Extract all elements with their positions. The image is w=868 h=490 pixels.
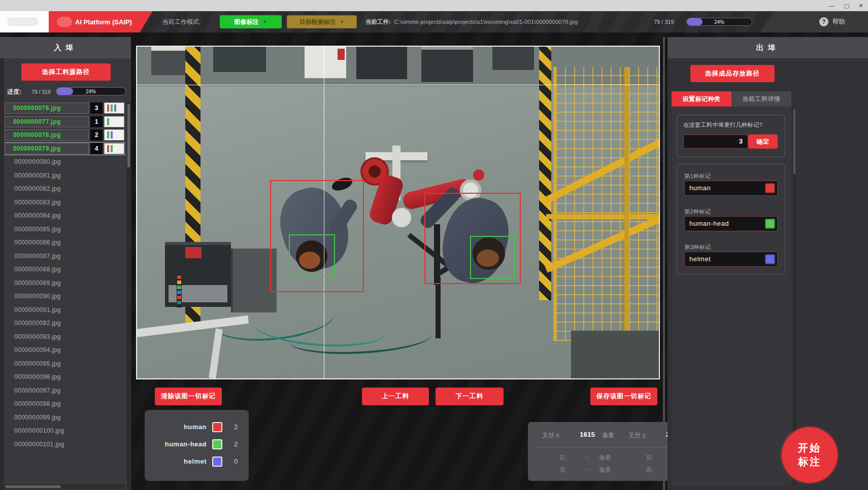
header-progress-bar: 24% — [686, 18, 752, 26]
brand-logo-mark — [57, 17, 72, 27]
file-list-item[interactable]: 0000000079.jpg 4 — [4, 143, 126, 155]
file-list: 0000000076.jpg 3 0000000077.jpg 1 000000… — [4, 102, 126, 490]
file-list-item[interactable]: 00000000100.jpg — [4, 425, 126, 437]
right-panel-scrollbar[interactable] — [793, 108, 796, 485]
box-height-label: 高: — [646, 466, 653, 474]
output-panel-title: 出埠 — [667, 37, 868, 58]
file-list-item[interactable]: 0000000088.jpg — [4, 263, 126, 275]
file-list-item[interactable]: 0000000089.jpg — [4, 277, 126, 289]
box-top-value: -- — [585, 466, 589, 473]
chevron-down-icon: ▼ — [263, 19, 268, 24]
legend-label: helmet — [145, 456, 207, 468]
input-panel-title: 入埠 — [0, 37, 131, 58]
file-list-item[interactable]: 0000000082.jpg — [4, 183, 126, 195]
mode-object-detection-dropdown[interactable]: 目标检测标注▼ — [287, 15, 357, 28]
label-color-swatch[interactable] — [765, 183, 775, 193]
box-left-label: 左: — [559, 453, 567, 462]
select-output-path-button[interactable]: 选择成品存放路径 — [690, 65, 775, 82]
file-list-item[interactable]: 0000000091.jpg — [4, 304, 126, 316]
file-list-item[interactable]: 0000000084.jpg — [4, 209, 126, 222]
legend-count: 2 — [234, 438, 238, 450]
image-canvas[interactable] — [136, 46, 660, 379]
annotation-count-badge: 3 — [90, 102, 103, 114]
file-list-vertical-scrollbar[interactable] — [127, 102, 130, 490]
legend-label: human — [145, 421, 207, 433]
header-progress-count: 79 / 319 — [654, 11, 674, 32]
label-name-input[interactable]: helmet — [684, 252, 778, 267]
legend-color-swatch — [212, 422, 222, 432]
file-list-item[interactable]: 0000000085.jpg — [4, 223, 126, 235]
confirm-button[interactable]: 确定 — [748, 134, 778, 149]
label-count-question: 在这套工料中将要打几种标记? — [683, 121, 762, 129]
file-list-item[interactable]: 0000000080.jpg — [4, 156, 126, 168]
file-list-item[interactable]: 0000000093.jpg — [4, 331, 126, 343]
company-logo — [0, 11, 49, 32]
legend-color-swatch — [212, 439, 222, 449]
annotation-color-bars — [104, 143, 124, 154]
tab-set-label-types[interactable]: 设置标记种类 — [672, 91, 731, 107]
file-list-item[interactable]: 0000000099.jpg — [4, 411, 126, 424]
file-list-item[interactable]: 0000000092.jpg — [4, 317, 126, 329]
box-width-label: 宽: — [646, 453, 653, 462]
file-list-item[interactable]: 0000000094.jpg — [4, 344, 126, 356]
file-list-item[interactable]: 0000000077.jpg 1 — [4, 116, 126, 128]
file-list-item[interactable]: 0000000086.jpg — [4, 236, 126, 249]
select-source-path-button[interactable]: 选择工料源路径 — [21, 63, 111, 81]
label-color-swatch[interactable] — [765, 254, 775, 264]
label-name-input[interactable]: human — [684, 181, 778, 196]
annotation-count-badge: 4 — [90, 143, 103, 154]
header-progress-percent: 24% — [687, 18, 752, 25]
file-list-item[interactable]: 0000000081.jpg — [4, 169, 126, 182]
annotation-color-bars — [104, 129, 124, 141]
sidebar-progress-percent: 24% — [56, 88, 125, 95]
label-color-swatch[interactable] — [765, 219, 775, 229]
file-list-item[interactable]: 0000000078.jpg 2 — [4, 129, 126, 141]
label-count-input[interactable]: 3 — [683, 134, 748, 149]
file-list-item[interactable]: 0000000098.jpg — [4, 398, 126, 410]
previous-workpiece-button[interactable]: 上一工料 — [362, 388, 429, 405]
minimize-icon[interactable]: — — [824, 0, 839, 11]
chevron-down-icon: ▼ — [340, 19, 345, 24]
file-list-item[interactable]: 0000000097.jpg — [4, 384, 126, 397]
file-list-item[interactable]: 0000000076.jpg 3 — [4, 102, 126, 114]
maximize-icon[interactable]: ▢ — [840, 0, 854, 11]
close-icon[interactable]: ✕ — [854, 0, 868, 11]
annotation-count-badge: 1 — [90, 116, 103, 127]
box-left-value: -- — [585, 453, 589, 461]
next-workpiece-button[interactable]: 下一工料 — [436, 388, 504, 405]
app-brand: AI Platform (SAIP) — [49, 11, 153, 32]
label-name-input[interactable]: human-head — [684, 216, 778, 231]
current-file-path: 当前工件: C:\simmir-projects\saip\projects\s… — [365, 11, 578, 32]
sidebar-progress-bar: 24% — [56, 87, 126, 95]
legend-count: 2 — [234, 421, 238, 433]
progress-label: 进度: — [7, 88, 21, 96]
help-button[interactable]: 帮助 — [832, 11, 845, 32]
output-panel: 出埠 选择成品存放路径 设置标记种类 当前工料详情 在这套工料中将要打几种标记?… — [667, 37, 868, 490]
crosshair-x-value: 1615 — [580, 431, 595, 438]
save-annotations-button[interactable]: 保存该图一切标记 — [590, 388, 657, 405]
label-field-title: 第3种标记 — [684, 243, 711, 251]
tab-current-workpiece-detail[interactable]: 当前工料详情 — [731, 91, 791, 107]
annotation-color-bars — [104, 102, 124, 114]
mode-image-annotation-dropdown[interactable]: 图像标注▼ — [220, 15, 282, 28]
input-panel: 入埠 选择工料源路径 进度: 79 / 319 24% 0000000076.j… — [0, 37, 131, 490]
work-mode-label: 当前工作模式: — [162, 11, 201, 32]
file-list-item[interactable]: 0000000090.jpg — [4, 290, 126, 302]
legend-color-swatch — [212, 457, 222, 467]
brand-title: AI Platform (SAIP) — [75, 18, 132, 26]
file-list-item[interactable]: 0000000095.jpg — [4, 358, 126, 370]
legend-count: 0 — [234, 456, 238, 468]
annotation-legend: human 2 human-head 2 helmet 0 — [145, 410, 249, 481]
file-list-horizontal-scrollbar[interactable] — [4, 484, 125, 489]
application-window: — ▢ ✕ AI Platform (SAIP) 当前工作模式: 图像标注▼ 目… — [0, 0, 868, 490]
file-list-item[interactable]: 0000000083.jpg — [4, 196, 126, 208]
start-annotation-button[interactable]: 开始 标注 — [782, 427, 838, 483]
clear-annotations-button[interactable]: 清除该图一切标记 — [155, 388, 222, 405]
file-list-item[interactable]: 0000000087.jpg — [4, 250, 126, 262]
file-list-item[interactable]: 00000000101.jpg — [4, 438, 126, 450]
file-list-item[interactable]: 0000000096.jpg — [4, 371, 126, 383]
help-icon[interactable]: ? — [819, 17, 828, 26]
annotation-layer — [137, 47, 659, 378]
bbox-human-head[interactable] — [470, 236, 515, 279]
bbox-human-head[interactable] — [289, 234, 335, 276]
